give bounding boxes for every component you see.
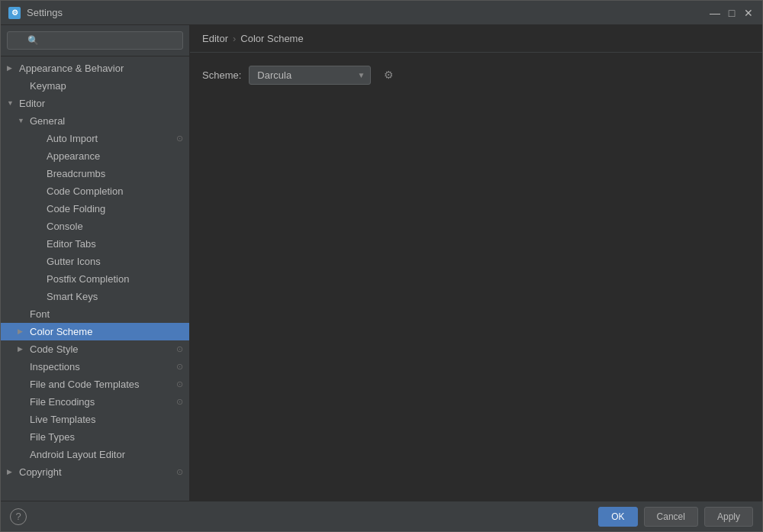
settings-tree: Appearance & BehaviorKeymapEditorGeneral… bbox=[1, 56, 189, 501]
settings-window: ⚙ Settings — □ ✕ 🔍 Appearance & Behavior… bbox=[0, 0, 763, 532]
sidebar-label-editor: Editor bbox=[19, 98, 183, 109]
sidebar-label-android-layout-editor: Android Layout Editor bbox=[30, 449, 183, 460]
sidebar-label-color-scheme: Color Scheme bbox=[30, 326, 183, 337]
window-controls: — □ ✕ bbox=[709, 7, 755, 19]
sidebar-item-breadcrumbs[interactable]: Breadcrumbs bbox=[1, 165, 189, 182]
sidebar-label-code-folding: Code Folding bbox=[47, 203, 183, 214]
sidebar-icon-right-inspections: ⊙ bbox=[176, 362, 183, 372]
sidebar-item-appearance-behavior[interactable]: Appearance & Behavior bbox=[1, 60, 189, 77]
sidebar-item-file-encodings[interactable]: File Encodings⊙ bbox=[1, 393, 189, 411]
breadcrumb-color-scheme: Color Scheme bbox=[240, 33, 303, 44]
breadcrumb-editor: Editor bbox=[202, 33, 228, 44]
scheme-label: Scheme: bbox=[202, 69, 241, 81]
sidebar-item-smart-keys[interactable]: Smart Keys bbox=[1, 288, 189, 305]
sidebar-label-editor-tabs: Editor Tabs bbox=[47, 238, 183, 250]
sidebar-item-code-style[interactable]: Code Style⊙ bbox=[1, 340, 189, 358]
sidebar-item-auto-import[interactable]: Auto Import⊙ bbox=[1, 130, 189, 147]
sidebar-item-editor[interactable]: Editor bbox=[1, 95, 189, 112]
minimize-button[interactable]: — bbox=[709, 7, 721, 19]
close-button[interactable]: ✕ bbox=[742, 7, 755, 19]
sidebar-label-file-types: File Types bbox=[30, 431, 183, 443]
sidebar-item-font[interactable]: Font bbox=[1, 305, 189, 323]
sidebar-label-code-completion: Code Completion bbox=[47, 185, 183, 197]
arrow-icon-appearance-behavior bbox=[7, 64, 16, 73]
sidebar-label-font: Font bbox=[30, 308, 183, 320]
sidebar-label-code-style: Code Style bbox=[30, 343, 173, 355]
sidebar-label-inspections: Inspections bbox=[30, 361, 173, 372]
sidebar-item-live-templates[interactable]: Live Templates bbox=[1, 411, 189, 428]
sidebar-label-gutter-icons: Gutter Icons bbox=[47, 256, 183, 267]
apply-button[interactable]: Apply bbox=[704, 507, 753, 527]
help-button[interactable]: ? bbox=[10, 508, 27, 525]
bottom-bar: ? OK Cancel Apply bbox=[1, 501, 762, 531]
ok-button[interactable]: OK bbox=[598, 507, 637, 527]
sidebar-icon-right-code-style: ⊙ bbox=[176, 344, 183, 354]
scheme-select-wrapper: DarculaDefaultHigh contrastIntelliJ Ligh… bbox=[249, 66, 371, 85]
sidebar-item-console[interactable]: Console bbox=[1, 218, 189, 235]
bottom-actions: OK Cancel Apply bbox=[598, 507, 753, 527]
arrow-icon-color-scheme bbox=[18, 327, 27, 337]
window-title: Settings bbox=[27, 7, 709, 18]
sidebar-item-postfix-completion[interactable]: Postfix Completion bbox=[1, 270, 189, 288]
sidebar-item-file-code-templates[interactable]: File and Code Templates⊙ bbox=[1, 376, 189, 393]
sidebar-item-editor-tabs[interactable]: Editor Tabs bbox=[1, 235, 189, 253]
sidebar-label-auto-import: Auto Import bbox=[47, 133, 173, 144]
sidebar-label-general: General bbox=[30, 115, 183, 127]
sidebar-label-postfix-completion: Postfix Completion bbox=[47, 273, 183, 285]
arrow-icon-copyright bbox=[7, 468, 16, 477]
sidebar-icon-right-copyright: ⊙ bbox=[176, 467, 183, 477]
sidebar-label-breadcrumbs: Breadcrumbs bbox=[47, 168, 183, 179]
sidebar-item-code-folding[interactable]: Code Folding bbox=[1, 200, 189, 218]
sidebar-icon-right-file-encodings: ⊙ bbox=[176, 397, 183, 407]
scheme-settings-button[interactable]: ⚙ bbox=[378, 65, 399, 85]
sidebar-item-copyright[interactable]: Copyright⊙ bbox=[1, 463, 189, 481]
title-bar: ⚙ Settings — □ ✕ bbox=[1, 1, 762, 25]
search-bar: 🔍 bbox=[1, 25, 189, 56]
scheme-select[interactable]: DarculaDefaultHigh contrastIntelliJ Ligh… bbox=[249, 66, 371, 85]
search-input[interactable] bbox=[7, 31, 183, 50]
sidebar-item-color-scheme[interactable]: Color Scheme bbox=[1, 323, 189, 340]
sidebar-label-file-code-templates: File and Code Templates bbox=[30, 379, 173, 390]
sidebar-label-appearance-behavior: Appearance & Behavior bbox=[19, 63, 183, 74]
sidebar-item-code-completion[interactable]: Code Completion bbox=[1, 182, 189, 200]
sidebar-item-keymap[interactable]: Keymap bbox=[1, 77, 189, 95]
arrow-icon-editor bbox=[7, 99, 16, 108]
maximize-button[interactable]: □ bbox=[726, 7, 738, 19]
scheme-row: Scheme: DarculaDefaultHigh contrastIntel… bbox=[202, 65, 750, 85]
sidebar-icon-right-auto-import: ⊙ bbox=[176, 134, 183, 143]
app-icon: ⚙ bbox=[8, 7, 21, 19]
arrow-icon-code-style bbox=[18, 345, 27, 354]
sidebar-label-live-templates: Live Templates bbox=[30, 414, 183, 425]
cancel-button[interactable]: Cancel bbox=[644, 507, 698, 527]
search-wrapper: 🔍 bbox=[7, 31, 183, 50]
sidebar: 🔍 Appearance & BehaviorKeymapEditorGener… bbox=[1, 25, 190, 501]
sidebar-item-file-types[interactable]: File Types bbox=[1, 428, 189, 446]
sidebar-label-file-encodings: File Encodings bbox=[30, 396, 173, 408]
sidebar-item-inspections[interactable]: Inspections⊙ bbox=[1, 358, 189, 376]
sidebar-item-appearance[interactable]: Appearance bbox=[1, 147, 189, 165]
sidebar-item-general[interactable]: General bbox=[1, 112, 189, 130]
sidebar-item-gutter-icons[interactable]: Gutter Icons bbox=[1, 253, 189, 270]
sidebar-label-keymap: Keymap bbox=[30, 80, 183, 92]
breadcrumb: Editor › Color Scheme bbox=[190, 25, 762, 53]
main-content: 🔍 Appearance & BehaviorKeymapEditorGener… bbox=[1, 25, 762, 501]
main-panel: Editor › Color Scheme Scheme: DarculaDef… bbox=[190, 25, 762, 501]
sidebar-icon-right-file-code-templates: ⊙ bbox=[176, 379, 183, 389]
sidebar-label-copyright: Copyright bbox=[19, 466, 173, 478]
breadcrumb-separator: › bbox=[233, 33, 236, 44]
sidebar-item-android-layout-editor[interactable]: Android Layout Editor bbox=[1, 446, 189, 463]
sidebar-label-smart-keys: Smart Keys bbox=[47, 291, 183, 302]
sidebar-label-console: Console bbox=[47, 221, 183, 232]
sidebar-label-appearance: Appearance bbox=[47, 150, 183, 162]
arrow-icon-general bbox=[18, 117, 27, 126]
settings-content: Scheme: DarculaDefaultHigh contrastIntel… bbox=[190, 53, 762, 501]
